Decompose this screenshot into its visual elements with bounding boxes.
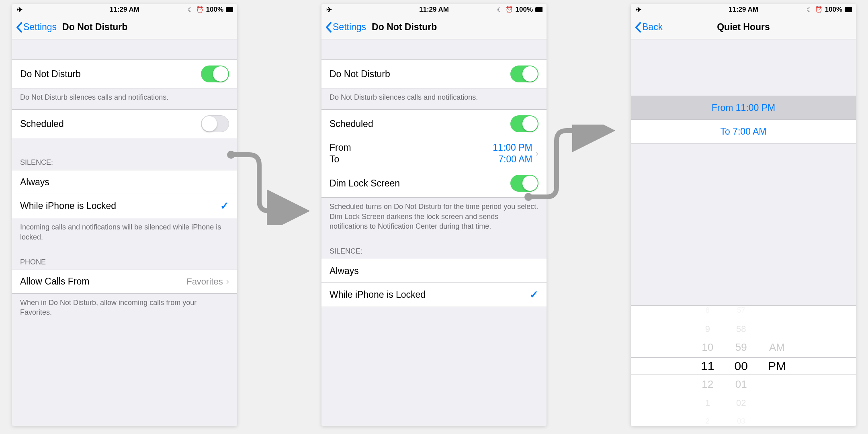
from-row-text: From 11:00 PM — [712, 102, 776, 113]
status-time: 11:29 AM — [110, 6, 139, 14]
status-bar: ✈︎ 11:29 AM ☾ ⏰ 100% — [631, 4, 856, 15]
battery-text: 100% — [825, 6, 842, 14]
battery-text: 100% — [206, 6, 223, 14]
scheduled-label: Scheduled — [330, 119, 373, 129]
dnd-toggle-row[interactable]: Do Not Disturb — [321, 59, 547, 88]
allow-calls-footer: When in Do Not Disturb, allow incoming c… — [12, 294, 237, 325]
dim-label: Dim Lock Screen — [330, 178, 400, 189]
airplane-icon: ✈︎ — [635, 6, 642, 13]
scheduled-toggle[interactable] — [201, 115, 229, 132]
status-time: 11:29 AM — [729, 6, 758, 14]
allow-calls-label: Allow Calls From — [20, 276, 90, 287]
dnd-footer: Do Not Disturb silences calls and notifi… — [12, 88, 237, 109]
nav-back-label: Settings — [333, 22, 366, 33]
nav-title: Do Not Disturb — [372, 22, 437, 33]
moon-icon: ☾ — [187, 6, 194, 13]
svg-rect-6 — [845, 7, 852, 12]
dnd-toggle[interactable] — [510, 66, 538, 82]
alarm-icon: ⏰ — [815, 6, 823, 13]
dnd-label: Do Not Disturb — [20, 69, 81, 80]
battery-icon — [226, 6, 233, 13]
moon-icon: ☾ — [806, 6, 813, 13]
while-locked-label: While iPhone is Locked — [20, 201, 116, 211]
moon-icon: ☾ — [496, 6, 504, 13]
check-icon: ✓ — [220, 200, 229, 212]
check-icon: ✓ — [530, 289, 538, 301]
dim-lock-row[interactable]: Dim Lock Screen — [321, 169, 547, 198]
battery-icon — [535, 6, 542, 13]
nav-bar: Back Quiet Hours — [631, 15, 856, 39]
dnd-footer: Do Not Disturb silences calls and notifi… — [321, 88, 547, 109]
dnd-toggle-row[interactable]: Do Not Disturb — [12, 59, 237, 88]
scheduled-label: Scheduled — [20, 119, 64, 129]
scheduled-footer: Scheduled turns on Do Not Disturb for th… — [321, 198, 547, 238]
quiet-from-row[interactable]: From 11:00 PM — [631, 96, 856, 120]
nav-title: Quiet Hours — [717, 22, 770, 33]
quiet-to-row[interactable]: To 7:00 AM — [631, 120, 856, 144]
airplane-icon: ✈︎ — [16, 6, 23, 13]
nav-title: Do Not Disturb — [62, 22, 127, 33]
nav-back-label: Settings — [23, 22, 57, 33]
battery-text: 100% — [516, 6, 533, 14]
time-picker[interactable]: 8 9 10 11 12 1 2 57 58 59 00 01 02 03 AM — [631, 305, 856, 426]
while-locked-label: While iPhone is Locked — [330, 289, 426, 300]
allow-calls-value: Favorites — [186, 276, 223, 287]
dim-toggle[interactable] — [510, 175, 538, 192]
chevron-icon: › — [536, 148, 538, 159]
silence-header: SILENCE: — [321, 238, 547, 259]
phone-screen-3: ✈︎ 11:29 AM ☾ ⏰ 100% Back Quiet Hours Fr… — [631, 4, 856, 426]
picker-minute-column[interactable]: 57 58 59 00 01 02 03 — [735, 302, 748, 426]
status-time: 11:29 AM — [419, 6, 449, 14]
status-bar: ✈︎ 11:29 AM ☾ ⏰ 100% — [12, 4, 237, 15]
dnd-label: Do Not Disturb — [330, 69, 390, 80]
silence-locked-row[interactable]: While iPhone is Locked ✓ — [321, 283, 547, 307]
airplane-icon: ✈︎ — [326, 6, 333, 13]
dnd-toggle[interactable] — [201, 66, 229, 82]
nav-back-button[interactable]: Settings — [326, 22, 366, 33]
picker-ampm-column[interactable]: AM PM — [768, 302, 786, 426]
allow-calls-row[interactable]: Allow Calls From Favorites › — [12, 270, 237, 294]
svg-rect-2 — [226, 7, 233, 12]
to-label: To — [330, 154, 339, 165]
battery-icon — [845, 6, 852, 13]
phone-header: PHONE — [12, 249, 237, 270]
phone-screen-2: ✈︎ 11:29 AM ☾ ⏰ 100% Settings Do Not Dis… — [321, 4, 547, 426]
silence-footer: Incoming calls and notifications will be… — [12, 218, 237, 249]
picker-hour-column[interactable]: 8 9 10 11 12 1 2 — [701, 302, 714, 426]
silence-header: SILENCE: — [12, 138, 237, 170]
to-value: 7:00 AM — [498, 154, 532, 165]
silence-locked-row[interactable]: While iPhone is Locked ✓ — [12, 194, 237, 218]
chevron-icon: › — [226, 276, 229, 287]
from-value: 11:00 PM — [493, 142, 532, 153]
nav-back-button[interactable]: Back — [635, 22, 663, 33]
schedule-time-row[interactable]: From 11:00 PM To 7:00 AM › — [321, 138, 547, 169]
alarm-icon: ⏰ — [506, 6, 513, 13]
nav-bar: Settings Do Not Disturb — [12, 15, 237, 39]
scheduled-toggle-row[interactable]: Scheduled — [321, 109, 547, 138]
always-label: Always — [20, 177, 49, 188]
nav-back-label: Back — [642, 22, 663, 33]
from-label: From — [330, 142, 351, 153]
svg-rect-4 — [535, 7, 542, 12]
silence-always-row[interactable]: Always — [321, 259, 547, 283]
status-bar: ✈︎ 11:29 AM ☾ ⏰ 100% — [321, 4, 547, 15]
scheduled-toggle-row[interactable]: Scheduled — [12, 109, 237, 138]
nav-bar: Settings Do Not Disturb — [321, 15, 547, 39]
to-row-text: To 7:00 AM — [720, 126, 766, 137]
alarm-icon: ⏰ — [197, 6, 204, 13]
scheduled-toggle[interactable] — [510, 115, 538, 132]
always-label: Always — [330, 266, 359, 276]
phone-screen-1: ✈︎ 11:29 AM ☾ ⏰ 100% Settings Do Not Dis… — [12, 4, 237, 426]
nav-back-button[interactable]: Settings — [16, 22, 57, 33]
silence-always-row[interactable]: Always — [12, 170, 237, 194]
